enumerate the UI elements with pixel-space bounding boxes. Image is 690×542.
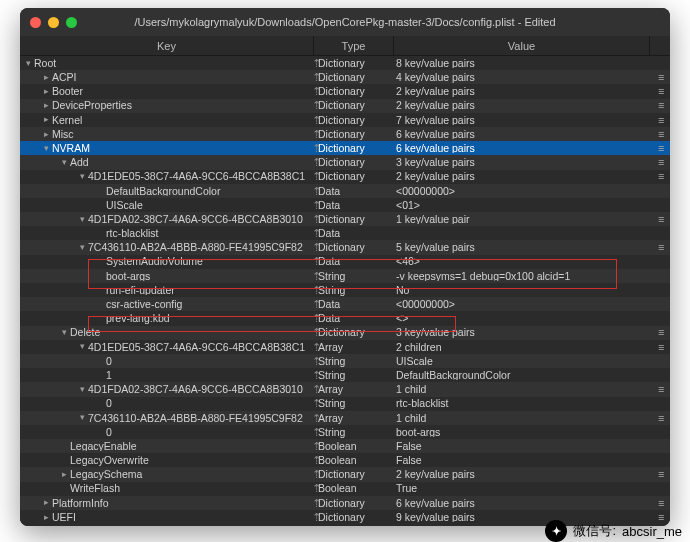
value-cell[interactable]: 1 key/value pair bbox=[396, 214, 652, 225]
disclosure-triangle-icon[interactable]: ▾ bbox=[80, 385, 88, 394]
type-cell[interactable]: Dictionary bbox=[318, 129, 396, 140]
row-menu-icon[interactable]: ≡ bbox=[652, 214, 670, 225]
disclosure-triangle-icon[interactable]: ▾ bbox=[80, 413, 88, 422]
key-cell[interactable]: ▾7C436110-AB2A-4BBB-A880-FE41995C9F82 bbox=[20, 242, 312, 253]
tree-row[interactable]: ▾Root⇡Dictionary8 key/value pairs bbox=[20, 56, 670, 70]
tree-row[interactable]: rtc-blacklist⇡Data bbox=[20, 226, 670, 240]
key-cell[interactable]: 1 bbox=[20, 370, 312, 381]
type-cell[interactable]: Data bbox=[318, 256, 396, 267]
type-cell[interactable]: String bbox=[318, 356, 396, 367]
tree-row[interactable]: SystemAudioVolume⇡Data<46> bbox=[20, 255, 670, 269]
key-cell[interactable]: ▾Add bbox=[20, 157, 312, 168]
row-menu-icon[interactable]: ≡ bbox=[652, 498, 670, 509]
key-cell[interactable]: ▾Delete bbox=[20, 327, 312, 338]
row-menu-icon[interactable]: ≡ bbox=[652, 115, 670, 126]
value-cell[interactable]: False bbox=[396, 455, 652, 466]
disclosure-triangle-icon[interactable]: ▸ bbox=[44, 115, 52, 124]
tree-row[interactable]: ▾Delete⇡Dictionary3 key/value pairs≡ bbox=[20, 326, 670, 340]
disclosure-triangle-icon[interactable]: ▸ bbox=[44, 498, 52, 507]
key-cell[interactable]: ▾Root bbox=[20, 58, 312, 69]
type-cell[interactable]: String bbox=[318, 271, 396, 282]
key-cell[interactable]: prev-lang:kbd bbox=[20, 313, 312, 324]
disclosure-triangle-icon[interactable]: ▸ bbox=[62, 470, 70, 479]
key-cell[interactable]: ▾NVRAM bbox=[20, 143, 312, 154]
row-menu-icon[interactable]: ≡ bbox=[652, 342, 670, 353]
value-cell[interactable]: 3 key/value pairs bbox=[396, 327, 652, 338]
tree-row[interactable]: UIScale⇡Data<01> bbox=[20, 198, 670, 212]
tree-row[interactable]: LegacyOverwrite⇡BooleanFalse bbox=[20, 453, 670, 467]
row-menu-icon[interactable]: ≡ bbox=[652, 143, 670, 154]
type-cell[interactable]: Dictionary bbox=[318, 100, 396, 111]
value-cell[interactable]: 2 key/value pairs bbox=[396, 86, 652, 97]
type-cell[interactable]: Boolean bbox=[318, 483, 396, 494]
row-menu-icon[interactable]: ≡ bbox=[652, 100, 670, 111]
value-cell[interactable]: 8 key/value pairs bbox=[396, 58, 652, 69]
row-menu-icon[interactable]: ≡ bbox=[652, 327, 670, 338]
disclosure-triangle-icon[interactable]: ▸ bbox=[44, 130, 52, 139]
key-cell[interactable]: LegacyOverwrite bbox=[20, 455, 312, 466]
key-cell[interactable]: WriteFlash bbox=[20, 483, 312, 494]
key-cell[interactable]: DefaultBackgroundColor bbox=[20, 186, 312, 197]
tree-row[interactable]: ▸LegacySchema⇡Dictionary2 key/value pair… bbox=[20, 467, 670, 481]
value-cell[interactable]: 2 key/value pairs bbox=[396, 469, 652, 480]
value-cell[interactable]: -v keepsyms=1 debug=0x100 alcid=1 bbox=[396, 271, 652, 282]
value-cell[interactable]: 1 child bbox=[396, 413, 652, 424]
disclosure-triangle-icon[interactable]: ▾ bbox=[26, 59, 34, 68]
key-cell[interactable]: 0 bbox=[20, 356, 312, 367]
type-cell[interactable]: Dictionary bbox=[318, 115, 396, 126]
key-cell[interactable]: 0 bbox=[20, 427, 312, 438]
value-cell[interactable]: True bbox=[396, 483, 652, 494]
type-cell[interactable]: Data bbox=[318, 186, 396, 197]
row-menu-icon[interactable]: ≡ bbox=[652, 469, 670, 480]
value-cell[interactable]: <01> bbox=[396, 200, 652, 211]
value-cell[interactable]: <46> bbox=[396, 256, 652, 267]
type-cell[interactable]: String bbox=[318, 398, 396, 409]
key-cell[interactable]: ▸LegacySchema bbox=[20, 469, 312, 480]
type-cell[interactable]: Data bbox=[318, 299, 396, 310]
header-value[interactable]: Value bbox=[394, 36, 650, 55]
key-cell[interactable]: ▸PlatformInfo bbox=[20, 498, 312, 509]
value-cell[interactable]: 1 child bbox=[396, 384, 652, 395]
type-cell[interactable]: String bbox=[318, 370, 396, 381]
value-cell[interactable]: 2 children bbox=[396, 342, 652, 353]
tree-row[interactable]: ▾Add⇡Dictionary3 key/value pairs≡ bbox=[20, 155, 670, 169]
tree-row[interactable]: 0⇡StringUIScale bbox=[20, 354, 670, 368]
type-cell[interactable]: Data bbox=[318, 228, 396, 239]
minimize-icon[interactable] bbox=[48, 17, 59, 28]
tree-row[interactable]: ▾4D1FDA02-38C7-4A6A-9CC6-4BCCA8B3010⇡Arr… bbox=[20, 382, 670, 396]
disclosure-triangle-icon[interactable]: ▾ bbox=[80, 172, 88, 181]
value-cell[interactable]: <00000000> bbox=[396, 186, 652, 197]
row-menu-icon[interactable]: ≡ bbox=[652, 129, 670, 140]
type-cell[interactable]: Dictionary bbox=[318, 58, 396, 69]
type-cell[interactable]: String bbox=[318, 427, 396, 438]
tree-row[interactable]: 0⇡Stringrtc-blacklist bbox=[20, 397, 670, 411]
type-cell[interactable]: Dictionary bbox=[318, 327, 396, 338]
header-type[interactable]: Type bbox=[314, 36, 394, 55]
tree-row[interactable]: ▸Kernel⇡Dictionary7 key/value pairs≡ bbox=[20, 113, 670, 127]
value-cell[interactable]: boot-args bbox=[396, 427, 652, 438]
key-cell[interactable]: UIScale bbox=[20, 200, 312, 211]
type-cell[interactable]: Array bbox=[318, 384, 396, 395]
type-cell[interactable]: Dictionary bbox=[318, 469, 396, 480]
row-menu-icon[interactable]: ≡ bbox=[652, 157, 670, 168]
type-cell[interactable]: Data bbox=[318, 313, 396, 324]
type-cell[interactable]: Array bbox=[318, 413, 396, 424]
key-cell[interactable]: ▸DeviceProperties bbox=[20, 100, 312, 111]
key-cell[interactable]: SystemAudioVolume bbox=[20, 256, 312, 267]
disclosure-triangle-icon[interactable]: ▾ bbox=[80, 342, 88, 351]
tree-row[interactable]: ▾NVRAM⇡Dictionary6 key/value pairs≡ bbox=[20, 141, 670, 155]
tree-row[interactable]: ▸Booter⇡Dictionary2 key/value pairs≡ bbox=[20, 84, 670, 98]
tree-row[interactable]: prev-lang:kbd⇡Data<> bbox=[20, 311, 670, 325]
tree-row[interactable]: LegacyEnable⇡BooleanFalse bbox=[20, 439, 670, 453]
tree-row[interactable]: ▸PlatformInfo⇡Dictionary6 key/value pair… bbox=[20, 496, 670, 510]
disclosure-triangle-icon[interactable]: ▸ bbox=[44, 513, 52, 522]
type-cell[interactable]: Dictionary bbox=[318, 498, 396, 509]
tree-row[interactable]: ▸ACPI⇡Dictionary4 key/value pairs≡ bbox=[20, 70, 670, 84]
tree-row[interactable]: ▸Misc⇡Dictionary6 key/value pairs≡ bbox=[20, 127, 670, 141]
disclosure-triangle-icon[interactable]: ▸ bbox=[44, 101, 52, 110]
row-menu-icon[interactable]: ≡ bbox=[652, 242, 670, 253]
tree-row[interactable]: boot-args⇡String-v keepsyms=1 debug=0x10… bbox=[20, 269, 670, 283]
key-cell[interactable]: ▸Kernel bbox=[20, 115, 312, 126]
value-cell[interactable]: 3 key/value pairs bbox=[396, 157, 652, 168]
value-cell[interactable]: rtc-blacklist bbox=[396, 398, 652, 409]
